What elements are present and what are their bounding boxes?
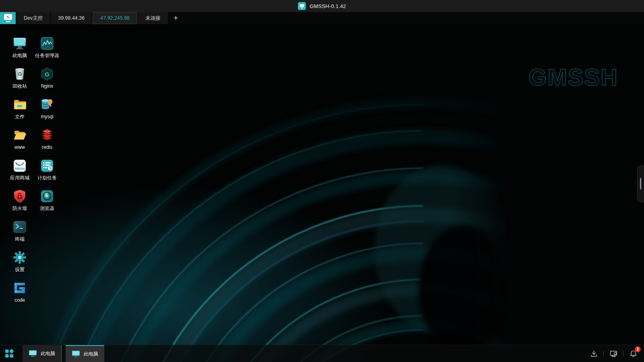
icon-label: 终端 bbox=[15, 237, 25, 242]
icon-label: 任务管理器 bbox=[35, 53, 59, 58]
icon-label: Nginx bbox=[41, 84, 54, 89]
icon-label: 计划任务 bbox=[37, 175, 57, 181]
nginx-hexagon-icon: G bbox=[40, 67, 54, 81]
side-drawer-handle[interactable] bbox=[637, 165, 644, 202]
remote-cursor-icon: ↖ bbox=[0, 12, 16, 24]
icon-column-1: 此电脑 ♻ 回收站 bbox=[6, 35, 33, 311]
desktop-icon-code[interactable]: code bbox=[6, 280, 33, 311]
icon-label: mysql bbox=[41, 114, 53, 119]
settings-gear-icon bbox=[12, 250, 27, 265]
gmssh-window: GMSSH-0.1.42 ↖ Dev主控 39.98.44.36 47.92.2… bbox=[0, 0, 644, 362]
desktop-icon-settings[interactable]: 设置 bbox=[6, 249, 33, 280]
scheduled-tasks-icon bbox=[40, 158, 54, 173]
icon-label: 此电脑 bbox=[12, 53, 27, 58]
desktop-icon-browser[interactable]: 浏览器 bbox=[34, 188, 60, 219]
desktop: GMSSH 此电脑 bbox=[0, 24, 644, 362]
drawer-grip-icon bbox=[640, 178, 641, 189]
display-button[interactable] bbox=[608, 348, 619, 359]
app-store-icon: GMSSH bbox=[12, 158, 27, 173]
svg-text:G: G bbox=[45, 71, 50, 78]
gmssh-app-icon bbox=[298, 2, 306, 10]
tab-label: 39.98.44.36 bbox=[58, 15, 85, 21]
add-tab-button[interactable]: + bbox=[168, 12, 184, 24]
tab-server-1[interactable]: 39.98.44.36 bbox=[51, 12, 92, 24]
download-button[interactable] bbox=[588, 348, 599, 359]
icon-label: 浏览器 bbox=[40, 206, 54, 211]
tray-separator bbox=[603, 351, 604, 356]
start-menu-icon bbox=[5, 349, 14, 358]
tab-label: Dev主控 bbox=[24, 15, 43, 22]
titlebar: GMSSH-0.1.42 bbox=[0, 0, 644, 12]
firewall-icon bbox=[12, 189, 27, 204]
tray-separator bbox=[623, 351, 623, 356]
monitor-icon bbox=[72, 350, 80, 358]
terminal-icon bbox=[12, 220, 27, 234]
system-tray: 2 bbox=[588, 345, 644, 362]
folder-icon bbox=[12, 97, 27, 112]
desktop-icon-www[interactable]: www bbox=[6, 127, 33, 158]
svg-text:↖: ↖ bbox=[6, 15, 10, 20]
icon-label: 应用商城 bbox=[10, 175, 29, 181]
tab-dev-master[interactable]: Dev主控 bbox=[17, 12, 50, 24]
download-icon bbox=[589, 349, 599, 358]
notification-badge: 2 bbox=[635, 346, 641, 352]
tab-label: 47.92.245.98 bbox=[100, 15, 130, 21]
redis-stack-icon bbox=[40, 128, 54, 142]
desktop-icon-files[interactable]: 文件 bbox=[6, 97, 33, 127]
desktop-icon-scheduled-tasks[interactable]: 计划任务 bbox=[34, 158, 60, 188]
task-manager-icon bbox=[40, 36, 54, 51]
remote-control-button[interactable]: ↖ bbox=[0, 12, 16, 24]
browser-icon bbox=[40, 189, 54, 204]
open-folder-icon bbox=[12, 128, 27, 142]
gmssh-watermark: GMSSH bbox=[528, 64, 618, 90]
icon-label: 文件 bbox=[15, 114, 25, 119]
plus-icon: + bbox=[173, 14, 178, 23]
icon-label: redis bbox=[42, 145, 52, 150]
tab-label: 未连接 bbox=[145, 15, 161, 22]
icon-label: 防火墙 bbox=[12, 206, 27, 211]
mysql-database-icon bbox=[40, 97, 54, 112]
taskbar: 此电脑 此电脑 bbox=[0, 345, 644, 362]
icon-label: www bbox=[14, 145, 25, 150]
taskbar-item-this-pc[interactable]: 此电脑 bbox=[23, 345, 62, 362]
desktop-icon-nginx[interactable]: G Nginx bbox=[34, 66, 60, 97]
tab-server-2-active[interactable]: 47.92.245.98 bbox=[93, 12, 137, 24]
desktop-icon-this-pc[interactable]: 此电脑 bbox=[6, 35, 33, 66]
tab-disconnected[interactable]: 未连接 bbox=[138, 12, 168, 24]
svg-text:GMSSH: GMSSH bbox=[14, 167, 25, 170]
taskbar-item-this-pc-active[interactable]: 此电脑 bbox=[66, 345, 104, 362]
icon-label: code bbox=[14, 298, 25, 303]
display-icon bbox=[609, 349, 618, 358]
notifications-button[interactable]: 2 bbox=[628, 348, 638, 359]
start-menu-button[interactable] bbox=[0, 345, 19, 362]
desktop-icon-recycle-bin[interactable]: ♻ 回收站 bbox=[6, 66, 33, 97]
desktop-icon-redis[interactable]: redis bbox=[34, 127, 60, 158]
taskbar-item-label: 此电脑 bbox=[84, 351, 98, 358]
recycle-bin-icon: ♻ bbox=[12, 67, 27, 81]
taskbar-item-label: 此电脑 bbox=[41, 350, 55, 357]
computer-icon bbox=[12, 36, 27, 51]
desktop-icon-app-store[interactable]: GMSSH 应用商城 bbox=[6, 158, 33, 188]
icon-label: 回收站 bbox=[12, 84, 27, 89]
tab-bar: ↖ Dev主控 39.98.44.36 47.92.245.98 未连接 + bbox=[0, 12, 644, 24]
desktop-icon-firewall[interactable]: 防火墙 bbox=[6, 188, 33, 219]
icon-column-2: 任务管理器 G Nginx bbox=[34, 35, 60, 311]
desktop-icon-grid: 此电脑 ♻ 回收站 bbox=[6, 35, 60, 311]
monitor-icon bbox=[29, 350, 37, 357]
desktop-icon-task-manager[interactable]: 任务管理器 bbox=[34, 35, 60, 66]
icon-label: 设置 bbox=[15, 267, 25, 272]
window-title: GMSSH-0.1.42 bbox=[310, 3, 346, 9]
desktop-icon-mysql[interactable]: mysql bbox=[34, 97, 60, 127]
desktop-icon-terminal[interactable]: 终端 bbox=[6, 219, 33, 249]
code-icon bbox=[12, 281, 27, 295]
svg-text:♻: ♻ bbox=[17, 71, 23, 77]
